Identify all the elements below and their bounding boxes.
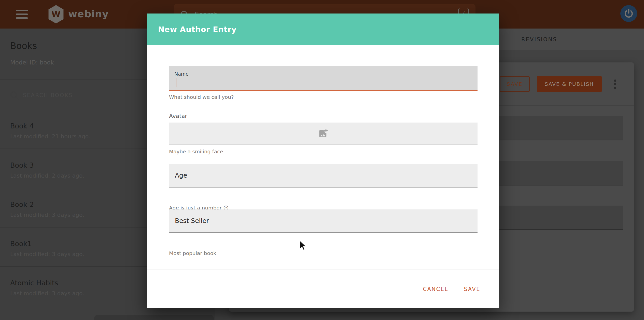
- hamburger-menu-icon[interactable]: [16, 10, 28, 19]
- search-books-input[interactable]: SEARCH BOOKS: [23, 92, 73, 98]
- best-seller-placeholder: Best Seller: [175, 217, 209, 224]
- add-image-icon: [318, 128, 329, 139]
- save-and-publish-button[interactable]: SAVE & PUBLISH: [537, 76, 602, 92]
- model-id-label: Model ID: book: [10, 59, 54, 66]
- background-form-field: [499, 161, 623, 185]
- avatar-field-label: Avatar: [169, 113, 187, 119]
- avatar-helper-text: Maybe a smiling face: [169, 149, 223, 155]
- webiny-logo-icon[interactable]: W: [48, 5, 64, 23]
- tab-revisions[interactable]: REVISIONS: [521, 36, 557, 43]
- logout-button[interactable]: [620, 5, 637, 22]
- avatar-upload-area[interactable]: [169, 123, 478, 144]
- cancel-button[interactable]: CANCEL: [423, 286, 448, 292]
- background-form-field: [499, 206, 623, 230]
- background-form-field: [499, 116, 623, 140]
- search-books-icon: [9, 90, 20, 101]
- dialog-header: New Author Entry: [147, 14, 499, 45]
- dialog-footer: CANCEL SAVE: [147, 270, 499, 308]
- name-helper-text: What should we call you?: [169, 94, 234, 100]
- best-seller-field[interactable]: Best Seller: [169, 209, 478, 233]
- new-author-entry-dialog: New Author Entry Name What should we cal…: [147, 14, 499, 308]
- save-button-outlined[interactable]: SAVE: [500, 76, 530, 92]
- mouse-cursor: [299, 241, 307, 251]
- list-bottom-bar: [94, 315, 214, 320]
- more-options-icon[interactable]: [609, 78, 621, 90]
- page-title: Books: [10, 41, 37, 51]
- best-seller-helper-text: Most popular book: [169, 250, 216, 256]
- name-field-label: Name: [174, 71, 189, 77]
- power-icon: [623, 8, 634, 19]
- dialog-save-button[interactable]: SAVE: [464, 286, 480, 292]
- age-field[interactable]: Age: [169, 164, 478, 188]
- age-field-placeholder: Age: [175, 172, 187, 179]
- dialog-title: New Author Entry: [158, 25, 236, 34]
- name-field[interactable]: [169, 66, 478, 91]
- text-caret: [176, 78, 176, 87]
- webiny-wordmark: webiny: [68, 8, 109, 20]
